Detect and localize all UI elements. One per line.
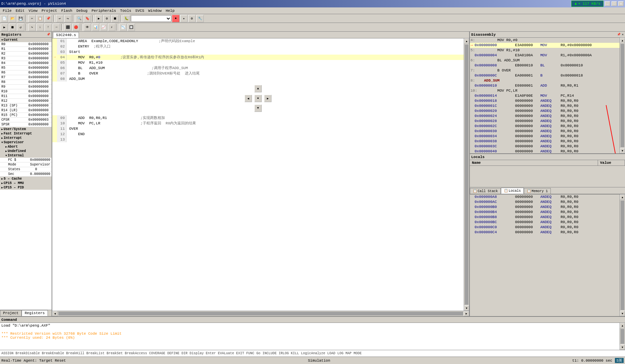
magic-btn[interactable]: ✦	[180, 15, 188, 22]
bottom-disasm-scroll-down[interactable]: ▼	[620, 311, 625, 316]
menu-window[interactable]: Window	[146, 8, 164, 13]
run-btn[interactable]: ●	[172, 15, 179, 22]
nav-right-button[interactable]: ▶	[264, 95, 272, 102]
tab-registers[interactable]: Registers	[22, 310, 48, 316]
reg-r2[interactable]: R2 0x00000000	[0, 52, 52, 56]
editor-scroll-thumb[interactable]	[465, 44, 468, 305]
mem-btn[interactable]: 📊	[92, 24, 99, 31]
cmd-vscroll[interactable]: ▲ ▼	[620, 323, 625, 350]
step-out[interactable]: ↑	[45, 24, 52, 31]
bottom-disasm-area[interactable]: 0x000000A800000000ANDEQR0,R0,R0 0x000000…	[470, 194, 620, 316]
run-to-cursor[interactable]: →	[53, 24, 60, 31]
bottom-disasm-vscroll[interactable]: ▲ ▼	[620, 194, 625, 316]
editor-vscroll[interactable]: ▲ ▼	[464, 38, 469, 311]
reg-group-irq[interactable]: ▶ Interrupt	[0, 136, 52, 140]
disasm-area[interactable]: 4: MOV R0,#0 → 0x00000000 E3A00000 MOV R…	[470, 38, 620, 153]
breakpoint-toggle[interactable]: 🔴	[72, 24, 80, 31]
disasm-pin[interactable]: 📌	[617, 33, 621, 36]
reg-r12[interactable]: R12 0x00000000	[0, 99, 52, 103]
reg-group-fiq[interactable]: ▶ Fast Interrupt	[0, 131, 52, 136]
paste-btn[interactable]: 📌	[45, 15, 52, 22]
reg-fc[interactable]: FC $ 0x00000000	[0, 158, 52, 162]
menu-peripherals[interactable]: Peripherals	[89, 8, 118, 13]
new-btn[interactable]: 📄	[1, 15, 8, 22]
menu-view[interactable]: View	[27, 8, 39, 13]
reg-group-internal[interactable]: ▼ Internal	[0, 153, 52, 158]
nav-center-button[interactable]: ●	[254, 95, 262, 102]
reg-r8[interactable]: R8 0x00000000	[0, 80, 52, 85]
reg-r9[interactable]: R9 0x00000000	[0, 85, 52, 89]
debug-reset[interactable]: ↺	[17, 24, 24, 31]
menu-flash[interactable]: Flash	[59, 8, 74, 13]
editor-hscroll-right[interactable]: ▶	[464, 311, 469, 316]
bottom-disasm-scroll-up[interactable]: ▲	[620, 194, 625, 200]
registers-pin[interactable]: 📌	[47, 33, 50, 36]
perf-btn[interactable]: 📈	[100, 24, 107, 31]
menu-file[interactable]: File	[1, 8, 13, 13]
tab-memory-1[interactable]: 📋 Memory 1	[524, 188, 551, 194]
menu-tools[interactable]: Tools	[118, 8, 133, 13]
menu-debug[interactable]: Debug	[74, 8, 89, 13]
reg-group-s5[interactable]: ▶ 5 – Cache	[0, 177, 52, 181]
reg-group-current[interactable]: ▼ Current	[0, 38, 52, 42]
step-into[interactable]: ↓	[36, 24, 44, 31]
editor-hscroll-thumb[interactable]	[58, 312, 463, 315]
build-btn[interactable]: ▶	[95, 15, 103, 22]
reg-r14[interactable]: R14 (LR) 0x00000000	[0, 108, 52, 113]
reg-r13[interactable]: R13 (SP) 0x00000000	[0, 103, 52, 108]
menu-project[interactable]: Project	[39, 8, 59, 13]
extra-btn[interactable]: ⚡	[108, 24, 115, 31]
reg-mode[interactable]: Mode Supervisor	[0, 162, 52, 167]
reg-r3[interactable]: R3 0x00000000	[0, 56, 52, 61]
reg-r1[interactable]: R1 0x00000000	[0, 47, 52, 52]
save-btn[interactable]: 💾	[17, 15, 24, 22]
show-next[interactable]: ⬛	[64, 24, 72, 31]
disasm-scroll-down[interactable]: ▼	[620, 148, 625, 153]
reg-r15[interactable]: R15 (PC) 0x00000000	[0, 113, 52, 118]
misc-btn[interactable]: 🔲	[127, 24, 135, 31]
reg-group-undefined[interactable]: ▶ Undefined	[0, 149, 52, 153]
editor-hscroll-left[interactable]: ◀	[52, 311, 58, 316]
reg-r11[interactable]: R11 0x00000000	[0, 94, 52, 99]
menu-help[interactable]: Help	[164, 8, 176, 13]
reg-r10[interactable]: R10 0x00000000	[0, 89, 52, 94]
cut-btn[interactable]: ✂	[28, 15, 36, 22]
reg-r4[interactable]: R4 0x00000000	[0, 61, 52, 66]
reg-r7[interactable]: R7 0x00000000	[0, 75, 52, 80]
reg-group-abort[interactable]: ▶ Abort	[0, 145, 52, 149]
disasm-scroll-thumb[interactable]	[621, 44, 624, 147]
nav-up-button[interactable]: ▲	[254, 85, 262, 92]
target-select[interactable]	[131, 15, 171, 22]
debug-btn[interactable]: 🐛	[123, 15, 130, 22]
copy-btn[interactable]: 📋	[36, 15, 44, 22]
rebuild-btn[interactable]: ⚙	[103, 15, 111, 22]
menu-svcs[interactable]: SVCS	[133, 8, 146, 13]
tab-call-stack[interactable]: 📋 Call Stack	[470, 188, 501, 194]
disasm-vscroll[interactable]: ▲ ▼	[620, 38, 625, 153]
editor-scroll-up[interactable]: ▲	[464, 38, 469, 44]
reg-r0[interactable]: R0 0x00000000	[0, 42, 52, 47]
code-area[interactable]: 01 AREA Example,CODE,READONLY ;声明代码段Exam…	[52, 38, 464, 311]
tab-locals[interactable]: 📋 Locals	[501, 188, 524, 194]
minimize-button[interactable]: _	[605, 1, 610, 6]
settings-btn[interactable]: ⚙	[188, 15, 196, 22]
editor-tab-main[interactable]: S3C2440.s	[53, 32, 79, 38]
bottom-disasm-scroll-thumb[interactable]	[621, 201, 624, 310]
bookmark-btn[interactable]: 🔖	[84, 15, 91, 22]
editor-hscroll[interactable]: ◀ ▶	[52, 311, 469, 316]
menu-edit[interactable]: Edit	[13, 8, 26, 13]
reg-group-cp15mmu[interactable]: ▶ CP15 – MMU	[0, 181, 52, 185]
reg-group-user[interactable]: ▶ User/System	[0, 127, 52, 131]
reg-group-cp15pid[interactable]: ▶ CP15 – PID	[0, 185, 52, 190]
reg-group-supervisor[interactable]: ▼ Supervisor	[0, 140, 52, 145]
debug-stop[interactable]: ⏹	[9, 24, 16, 31]
nav-down-button[interactable]: ▼	[254, 104, 262, 112]
tools-btn[interactable]: 🔧	[196, 15, 204, 22]
maximize-button[interactable]: □	[612, 1, 617, 6]
cmd-scroll-thumb[interactable]	[621, 329, 624, 344]
step-over[interactable]: ↷	[28, 24, 36, 31]
logic-btn[interactable]: 📉	[119, 24, 127, 31]
stop-btn[interactable]: ⏹	[111, 15, 119, 22]
undo-btn[interactable]: ↩	[56, 15, 63, 22]
watch-btn[interactable]: 👁	[84, 24, 91, 31]
